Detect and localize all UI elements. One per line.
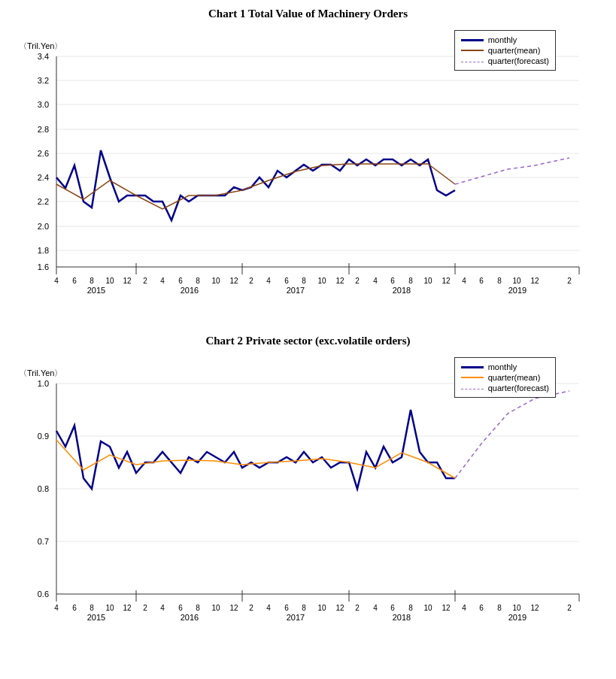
- svg-text:2: 2: [143, 277, 147, 285]
- svg-text:6: 6: [284, 277, 289, 285]
- svg-text:6: 6: [178, 277, 183, 285]
- svg-text:12: 12: [335, 277, 344, 285]
- svg-text:1.8: 1.8: [38, 246, 49, 255]
- svg-text:8: 8: [408, 277, 413, 285]
- svg-text:3.4: 3.4: [38, 52, 49, 61]
- svg-text:8: 8: [302, 604, 306, 612]
- svg-text:3.2: 3.2: [38, 76, 49, 85]
- svg-text:10: 10: [105, 277, 114, 285]
- svg-text:6: 6: [72, 604, 77, 612]
- chart2-legend-quarter-mean: quarter(mean): [461, 373, 549, 382]
- svg-text:6: 6: [479, 604, 484, 612]
- page: Chart 1 Total Value of Machinery Orders …: [0, 0, 616, 669]
- svg-text:0.7: 0.7: [38, 537, 49, 546]
- svg-text:2: 2: [567, 604, 572, 612]
- svg-text:10: 10: [317, 277, 326, 285]
- svg-text:1.6: 1.6: [38, 262, 49, 271]
- svg-text:〈Tril.Yen〉: 〈Tril.Yen〉: [19, 368, 62, 377]
- chart2-area: monthly quarter(mean) quarter(forecast) …: [15, 353, 601, 639]
- svg-text:6: 6: [390, 604, 395, 612]
- svg-text:4: 4: [54, 277, 59, 285]
- chart2-container: Chart 2 Private sector (exc.volatile ord…: [15, 335, 601, 639]
- svg-text:8: 8: [302, 277, 306, 285]
- legend-quarter-forecast: quarter(forecast): [461, 56, 549, 65]
- chart2-legend-forecast-label: quarter(forecast): [488, 383, 549, 393]
- svg-text:2: 2: [567, 277, 572, 285]
- svg-text:2015: 2015: [87, 613, 105, 622]
- chart2-title: Chart 2 Private sector (exc.volatile ord…: [15, 335, 601, 347]
- svg-text:4: 4: [373, 604, 378, 612]
- svg-text:6: 6: [178, 604, 183, 612]
- svg-text:2018: 2018: [393, 286, 411, 295]
- chart2-legend-mean-label: quarter(mean): [488, 373, 541, 382]
- svg-text:2019: 2019: [508, 286, 526, 295]
- legend-forecast-line: [461, 62, 484, 62]
- svg-text:〈Tril.Yen〉: 〈Tril.Yen〉: [19, 41, 62, 50]
- legend-forecast-label: quarter(forecast): [488, 56, 549, 65]
- svg-text:12: 12: [123, 604, 132, 612]
- svg-text:4: 4: [54, 604, 59, 612]
- svg-text:6: 6: [390, 277, 395, 285]
- svg-text:3.0: 3.0: [38, 100, 49, 109]
- chart1-legend: monthly quarter(mean) quarter(forecast): [454, 30, 556, 71]
- chart2-legend-monthly-line: [461, 366, 484, 368]
- svg-text:10: 10: [423, 277, 432, 285]
- svg-text:12: 12: [442, 277, 451, 285]
- svg-text:12: 12: [229, 604, 238, 612]
- chart2-quarter-forecast-line: [455, 391, 569, 478]
- svg-text:10: 10: [423, 604, 432, 612]
- svg-text:2.0: 2.0: [38, 222, 49, 231]
- svg-text:10: 10: [317, 604, 326, 612]
- svg-text:10: 10: [211, 277, 220, 285]
- svg-text:2.4: 2.4: [38, 173, 49, 182]
- svg-text:6: 6: [72, 277, 77, 285]
- svg-text:6: 6: [479, 277, 484, 285]
- svg-text:8: 8: [90, 277, 94, 285]
- svg-text:2016: 2016: [181, 286, 199, 295]
- svg-text:8: 8: [196, 277, 200, 285]
- svg-text:8: 8: [497, 604, 502, 612]
- chart1-quarter-mean-line: [56, 164, 455, 209]
- svg-text:0.9: 0.9: [38, 432, 49, 441]
- legend-mean-line: [461, 50, 484, 51]
- svg-text:8: 8: [90, 604, 94, 612]
- svg-text:12: 12: [530, 604, 539, 612]
- svg-text:8: 8: [497, 277, 502, 285]
- svg-text:2: 2: [355, 604, 360, 612]
- legend-monthly: monthly: [461, 35, 549, 44]
- svg-text:2.2: 2.2: [38, 197, 49, 206]
- svg-text:2019: 2019: [508, 613, 526, 622]
- svg-text:12: 12: [335, 604, 344, 612]
- svg-text:4: 4: [462, 604, 466, 612]
- svg-text:4: 4: [160, 277, 165, 285]
- svg-text:10: 10: [211, 604, 220, 612]
- chart1-container: Chart 1 Total Value of Machinery Orders …: [15, 8, 601, 312]
- svg-text:1.0: 1.0: [38, 379, 49, 388]
- chart2-legend-forecast-line: [461, 389, 484, 390]
- chart1-title: Chart 1 Total Value of Machinery Orders: [15, 8, 601, 20]
- svg-text:4: 4: [373, 277, 378, 285]
- chart2-legend-quarter-forecast: quarter(forecast): [461, 383, 549, 393]
- svg-text:12: 12: [442, 604, 451, 612]
- svg-text:2: 2: [249, 604, 253, 612]
- svg-text:6: 6: [284, 604, 289, 612]
- svg-text:2.6: 2.6: [38, 149, 49, 158]
- svg-text:4: 4: [160, 604, 165, 612]
- svg-text:0.6: 0.6: [38, 590, 49, 599]
- chart1-quarter-forecast-line: [455, 158, 569, 184]
- svg-text:4: 4: [462, 277, 466, 285]
- svg-text:12: 12: [123, 277, 132, 285]
- chart2-legend-monthly-label: monthly: [488, 362, 517, 371]
- svg-text:2017: 2017: [287, 613, 305, 622]
- svg-text:2.8: 2.8: [38, 125, 49, 134]
- svg-text:2: 2: [355, 277, 360, 285]
- svg-text:10: 10: [512, 277, 521, 285]
- svg-text:12: 12: [229, 277, 238, 285]
- svg-text:8: 8: [196, 604, 200, 612]
- svg-text:2: 2: [143, 604, 147, 612]
- svg-text:10: 10: [105, 604, 114, 612]
- chart2-monthly-line: [56, 410, 455, 489]
- chart2-legend-mean-line: [461, 377, 484, 378]
- svg-text:8: 8: [408, 604, 413, 612]
- svg-text:12: 12: [530, 277, 539, 285]
